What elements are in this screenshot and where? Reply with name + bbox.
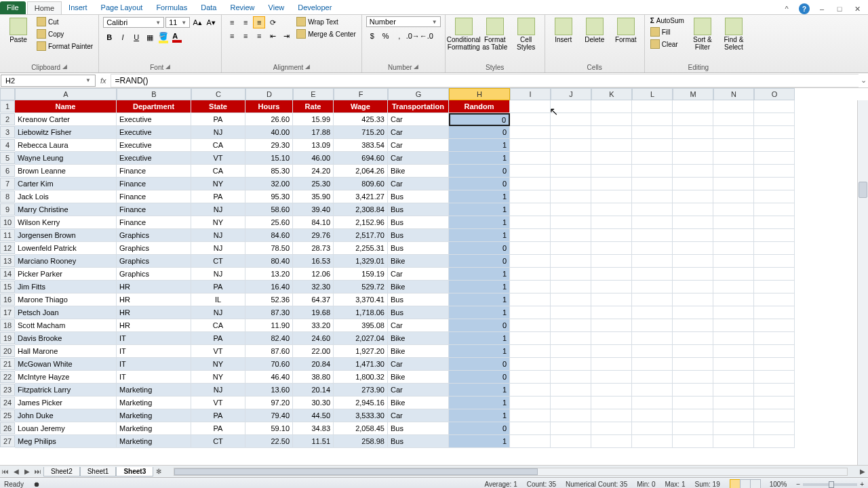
cell[interactable]	[551, 178, 591, 190]
cell[interactable]	[713, 242, 754, 255]
row-header[interactable]: 4	[0, 139, 15, 151]
tab-nav-prev-button[interactable]: ◀	[11, 468, 22, 475]
cell[interactable]: 39.40	[293, 203, 334, 216]
cell[interactable]: 1	[449, 281, 510, 293]
ribbon-tab-formulas[interactable]: Formulas	[149, 1, 194, 14]
cell[interactable]	[754, 216, 795, 229]
row-header[interactable]: 11	[0, 229, 15, 241]
cell[interactable]: Carter Kim	[15, 178, 117, 190]
cell[interactable]: Bus	[388, 216, 449, 229]
row-header[interactable]: 19	[0, 332, 15, 344]
horizontal-scrollbar[interactable]	[174, 468, 848, 476]
cell[interactable]: 2,945.16	[334, 396, 388, 409]
cell[interactable]	[551, 216, 591, 229]
cell[interactable]: NY	[191, 178, 245, 190]
cell[interactable]: 3,421.27	[334, 190, 388, 203]
format-painter-button[interactable]: Format Painter	[35, 41, 94, 52]
font-launcher-icon[interactable]: ◢	[165, 63, 170, 70]
cell[interactable]	[713, 255, 754, 268]
cell[interactable]	[591, 242, 632, 255]
cell[interactable]	[713, 216, 754, 229]
cell[interactable]	[591, 396, 632, 409]
cell[interactable]	[551, 203, 591, 216]
cell[interactable]	[510, 396, 551, 409]
cell[interactable]	[510, 229, 551, 242]
cell[interactable]	[591, 281, 632, 293]
cell[interactable]: 25.30	[293, 178, 334, 190]
minimize-ribbon-icon[interactable]: ^	[781, 3, 792, 14]
cell[interactable]: HR	[117, 306, 191, 319]
cell[interactable]: Car	[388, 409, 449, 422]
cell[interactable]	[713, 281, 754, 293]
cell[interactable]: 17.88	[293, 126, 334, 139]
help-icon[interactable]: ?	[799, 3, 810, 14]
cell[interactable]	[632, 229, 673, 242]
cell[interactable]	[591, 178, 632, 190]
cell[interactable]: Graphics	[117, 229, 191, 242]
cell[interactable]	[510, 216, 551, 229]
cell[interactable]: 78.50	[245, 242, 293, 255]
cell[interactable]	[510, 242, 551, 255]
cell[interactable]	[551, 268, 591, 281]
cell[interactable]	[591, 293, 632, 306]
cell[interactable]	[551, 126, 591, 139]
cell[interactable]: 52.36	[245, 293, 293, 306]
cell[interactable]	[632, 139, 673, 152]
cell[interactable]	[713, 306, 754, 319]
cell[interactable]: 1,718.06	[334, 306, 388, 319]
cell[interactable]	[510, 332, 551, 345]
close-icon[interactable]: ✕	[852, 3, 863, 14]
cell[interactable]	[551, 409, 591, 422]
cell[interactable]	[510, 126, 551, 139]
cell[interactable]: 1	[449, 435, 510, 448]
column-header-K[interactable]: K	[591, 88, 632, 100]
cell[interactable]: McIntyre Hayze	[15, 371, 117, 384]
cell[interactable]: 32.00	[245, 178, 293, 190]
cell[interactable]	[713, 268, 754, 281]
cell[interactable]	[551, 281, 591, 293]
cell[interactable]	[754, 100, 795, 113]
cell[interactable]: Brown Leanne	[15, 165, 117, 178]
cell[interactable]	[510, 422, 551, 435]
cell[interactable]: 1	[449, 268, 510, 281]
paste-button[interactable]: Paste	[4, 16, 33, 45]
align-center-button[interactable]: ≡	[239, 30, 252, 42]
cell[interactable]	[510, 178, 551, 190]
cell[interactable]: PA	[191, 332, 245, 345]
cell[interactable]	[632, 165, 673, 178]
cell[interactable]: Car	[388, 139, 449, 152]
row-header[interactable]: 24	[0, 396, 15, 409]
cell[interactable]: 12.06	[293, 268, 334, 281]
cell[interactable]	[713, 178, 754, 190]
cell[interactable]: NJ	[191, 203, 245, 216]
cell[interactable]: James Picker	[15, 396, 117, 409]
cell[interactable]: 11.51	[293, 435, 334, 448]
cell[interactable]	[713, 371, 754, 384]
cell[interactable]: 24.60	[293, 332, 334, 345]
cell[interactable]: PA	[191, 409, 245, 422]
format-cells-button[interactable]: Format	[612, 16, 640, 45]
cell[interactable]: Marketing	[117, 435, 191, 448]
cell[interactable]: Car	[388, 152, 449, 165]
cell[interactable]: Davis Brooke	[15, 332, 117, 345]
ribbon-tab-review[interactable]: Review	[223, 1, 261, 14]
cell[interactable]	[632, 358, 673, 371]
cell[interactable]: 15.99	[293, 113, 334, 126]
cell[interactable]: Bike	[388, 332, 449, 345]
cell[interactable]	[673, 268, 713, 281]
cell[interactable]: 3,533.30	[334, 409, 388, 422]
cell[interactable]: 1	[449, 345, 510, 358]
name-box[interactable]: H2▼	[1, 75, 96, 87]
cell[interactable]: 15.10	[245, 152, 293, 165]
cell[interactable]	[673, 319, 713, 332]
cell[interactable]	[591, 422, 632, 435]
cell[interactable]	[673, 203, 713, 216]
cell[interactable]: 1	[449, 384, 510, 396]
cell[interactable]	[551, 242, 591, 255]
cell[interactable]: NY	[191, 371, 245, 384]
cut-button[interactable]: Cut	[35, 16, 94, 27]
cell[interactable]: Bus	[388, 229, 449, 242]
row-header[interactable]: 2	[0, 113, 15, 125]
bold-button[interactable]: B	[103, 31, 115, 43]
cell[interactable]	[632, 396, 673, 409]
